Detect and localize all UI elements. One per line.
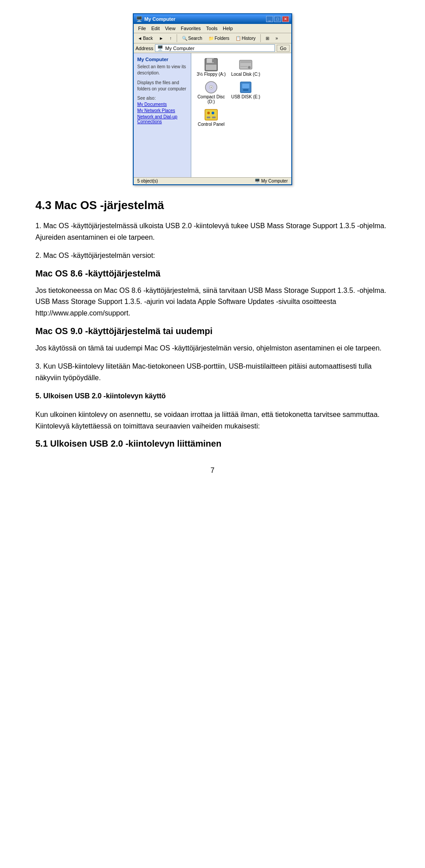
back-arrow-icon: ◄ [138,36,142,41]
cd-icon [204,80,218,94]
hdd-icon [239,58,253,72]
svg-point-15 [207,112,210,114]
menu-view[interactable]: View [162,25,178,32]
usb-icon [239,80,253,94]
sidebar-displays: Displays the files and folders on your c… [137,80,187,92]
statusbar-location: 🖥️ My Computer [255,179,288,183]
usb-label: USB DISK (E:) [231,94,260,99]
sidebar-title: My Computer [137,57,187,62]
history-button[interactable]: 📋 History [233,35,258,42]
svg-rect-12 [242,84,249,88]
maximize-button[interactable]: □ [274,16,281,22]
computer-icons: 3½ Floppy (A:) Local Disk (C:) [196,58,287,127]
sidebar-seealso-label: See also: [137,96,187,101]
statusbar-count: 5 object(s) [137,179,158,183]
sidebar: My Computer Select an item to view its d… [134,53,191,177]
controlpanel-label: Control Panel [198,122,225,127]
search-button[interactable]: 🔍 Search [180,35,205,42]
menu-edit[interactable]: Edit [149,25,162,32]
paragraph-3: 3. Kun USB-kiintolevy liitetään Mac-tiet… [35,361,390,383]
address-input[interactable]: 🖥️ My Computer [155,44,275,52]
toolbar: ◄ Back ► ↑ 🔍 Search 📁 Folders 📋 History [134,33,291,43]
svg-rect-13 [243,89,248,91]
paragraph-macos86: Jos tietokoneessa on Mac OS 8.6 -käyttöj… [35,285,390,319]
toolbar-separator-2 [260,34,261,42]
search-icon: 🔍 [182,36,187,41]
page-number: 7 [35,467,390,475]
close-button[interactable]: ✕ [282,16,289,22]
menu-tools[interactable]: Tools [204,25,220,32]
floppy-drive[interactable]: 3½ Floppy (A:) [196,58,227,77]
paragraph-macos90: Jos käytössä on tämä tai uudempi Mac OS … [35,343,390,354]
local-disk-label: Local Disk (C:) [231,72,260,77]
subheading-51: 5.1 Ulkoisen USB 2.0 -kiintolevyn liittä… [35,439,390,449]
toolbar-separator [177,34,177,42]
svg-rect-14 [205,109,217,120]
titlebar-icon: 🖥️ [136,16,143,22]
computer-icon-small: 🖥️ [255,179,260,183]
menu-help[interactable]: Help [220,25,236,32]
more-button[interactable]: » [273,35,280,42]
paragraph-2: 2. Mac OS -käyttöjärjestelmän versiot: [35,250,390,261]
titlebar-buttons: _ □ ✕ [266,16,289,22]
floppy-label: 3½ Floppy (A:) [197,72,226,77]
window-content: My Computer Select an item to view its d… [134,53,291,177]
sidebar-link-network-dialup[interactable]: Network and Dial-up Connections [137,114,187,124]
usb-disk[interactable]: USB DISK (E:) [230,80,261,104]
sidebar-link-mynetwork[interactable]: My Network Places [137,108,187,113]
svg-point-16 [212,112,214,114]
drives-area: 3½ Floppy (A:) Local Disk (C:) [191,53,291,177]
floppy-icon [204,58,218,72]
svg-rect-17 [207,117,210,118]
paragraph-5-intro: 5. Ulkoisen USB 2.0 -kiintolevyn käyttö [35,392,166,400]
menu-favorites[interactable]: Favorites [178,25,203,32]
menu-file[interactable]: File [135,25,149,32]
address-icon: 🖥️ [157,45,163,51]
folders-button[interactable]: 📁 Folders [206,35,232,42]
cd-label: Compact Disc (D:) [196,94,227,104]
svg-point-6 [248,66,251,69]
sidebar-link-mydocs[interactable]: My Documents [137,102,187,107]
titlebar-title: 🖥️ My Computer [136,16,175,22]
view-button[interactable]: ⊞ [263,35,271,42]
screenshot-container: 🖥️ My Computer _ □ ✕ File Edit View Favo… [35,13,390,185]
svg-rect-3 [206,65,216,70]
paragraph-5-text: Kun ulkoinen kiintolevy on asennettu, se… [35,409,390,432]
forward-button[interactable]: ► [157,35,166,42]
svg-rect-5 [240,61,251,63]
paragraph-5: 5. Ulkoisen USB 2.0 -kiintolevyn käyttö [35,390,390,402]
section-heading: 4.3 Mac OS -järjestelmä [35,199,390,212]
svg-rect-2 [212,59,214,62]
controlpanel-icon [204,108,218,122]
addressbar: Address 🖥️ My Computer Go [134,43,291,53]
my-computer-window: 🖥️ My Computer _ □ ✕ File Edit View Favo… [133,13,292,185]
folders-icon: 📁 [209,36,214,41]
cd-drive[interactable]: Compact Disc (D:) [196,80,227,104]
titlebar: 🖥️ My Computer _ □ ✕ [134,14,291,24]
menubar: File Edit View Favorites Tools Help [134,24,291,33]
subheading-macos90: Mac OS 9.0 -käyttöjärjestelmä tai uudemp… [35,326,390,336]
back-button[interactable]: ◄ Back [135,35,155,42]
history-icon: 📋 [236,36,241,41]
up-button[interactable]: ↑ [167,35,174,42]
sidebar-description: Select an item to view its description. [137,64,187,76]
svg-rect-18 [212,117,216,118]
minimize-button[interactable]: _ [266,16,273,22]
subheading-macos86: Mac OS 8.6 -käyttöjärjestelmä [35,269,390,279]
go-button[interactable]: Go [277,45,290,52]
statusbar: 5 object(s) 🖥️ My Computer [134,177,291,184]
svg-point-10 [211,87,212,88]
address-label: Address [135,46,153,51]
control-panel[interactable]: Control Panel [196,108,227,127]
local-disk[interactable]: Local Disk (C:) [230,58,261,77]
paragraph-1: 1. Mac OS -käyttöjärjestelmässä ulkoista… [35,220,390,243]
